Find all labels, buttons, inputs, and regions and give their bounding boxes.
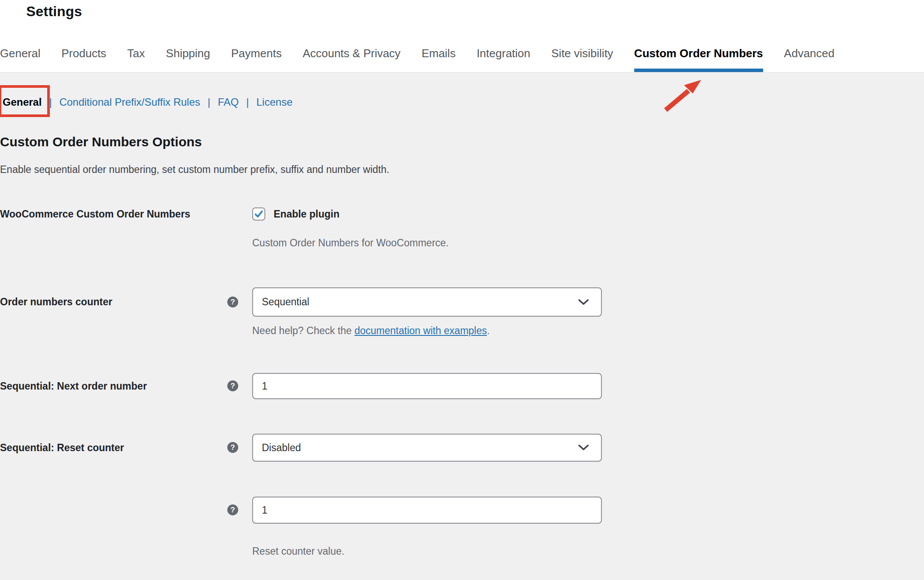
subnav-item-faq[interactable]: FAQ — [218, 95, 239, 109]
tab-emails[interactable]: Emails — [421, 46, 455, 72]
documentation-link[interactable]: documentation with examples — [354, 325, 487, 336]
subnav-separator: | — [49, 95, 52, 109]
form-row-reset-counter-value: ? Reset counter value. — [0, 497, 924, 557]
subnav-separator: | — [246, 95, 249, 109]
counter-help-text: Need help? Check the documentation with … — [252, 325, 611, 337]
help-icon[interactable]: ? — [227, 297, 238, 307]
subnav-separator: | — [208, 95, 210, 109]
page-title: Settings — [26, 3, 82, 20]
enable-plugin-description: Custom Order Numbers for WooCommerce. — [252, 237, 611, 249]
help-icon[interactable]: ? — [227, 380, 238, 391]
reset-counter-value-input[interactable] — [252, 497, 602, 524]
field-label-reset-counter: Sequential: Reset counter — [0, 440, 195, 456]
tab-shipping[interactable]: Shipping — [166, 46, 210, 72]
form-row-enable-plugin: WooCommerce Custom Order Numbers Enable … — [0, 206, 924, 249]
enable-plugin-checkbox[interactable] — [252, 207, 265, 221]
enable-plugin-checkbox-label[interactable]: Enable plugin — [274, 208, 340, 220]
help-icon[interactable]: ? — [227, 442, 238, 453]
order-numbers-counter-selected-value: Sequential — [262, 296, 309, 308]
next-order-number-input[interactable] — [252, 373, 602, 399]
order-numbers-counter-select[interactable]: Sequential — [252, 287, 602, 317]
form-row-order-numbers-counter: Order numbers counter ? Sequential Need … — [0, 287, 924, 337]
field-label-order-numbers-counter: Order numbers counter — [0, 294, 195, 310]
chevron-down-icon — [577, 298, 590, 306]
settings-tab-bar: General Products Tax Shipping Payments A… — [0, 46, 834, 72]
section-description: Enable sequential order numbering, set c… — [0, 163, 924, 176]
counter-help-suffix: . — [487, 325, 490, 336]
form-row-next-order-number: Sequential: Next order number ? — [0, 373, 924, 399]
reset-counter-selected-value: Disabled — [262, 442, 301, 454]
chevron-down-icon — [577, 444, 590, 452]
plugin-subnav: General | Conditional Prefix/Suffix Rule… — [0, 95, 924, 109]
reset-counter-value-description: Reset counter value. — [252, 545, 611, 557]
admin-header: Settings General Products Tax Shipping P… — [0, 0, 924, 72]
tab-products[interactable]: Products — [62, 46, 107, 72]
tab-tax[interactable]: Tax — [127, 46, 145, 72]
tab-site-visibility[interactable]: Site visibility — [551, 46, 613, 72]
subnav-item-general[interactable]: General — [3, 95, 42, 109]
subnav-item-license[interactable]: License — [257, 95, 293, 109]
checkmark-icon — [254, 209, 264, 219]
help-icon[interactable]: ? — [227, 504, 238, 515]
tab-payments[interactable]: Payments — [231, 46, 282, 72]
section-heading: Custom Order Numbers Options — [0, 134, 924, 150]
field-label-next-order-number: Sequential: Next order number — [0, 378, 195, 394]
form-row-reset-counter: Sequential: Reset counter ? Disabled — [0, 434, 924, 462]
tab-custom-order-numbers[interactable]: Custom Order Numbers — [634, 46, 763, 72]
field-label-enable-plugin: WooCommerce Custom Order Numbers — [0, 206, 195, 222]
reset-counter-select[interactable]: Disabled — [252, 434, 602, 462]
tab-advanced[interactable]: Advanced — [784, 46, 835, 72]
counter-help-prefix: Need help? Check the — [252, 325, 354, 336]
settings-content: General | Conditional Prefix/Suffix Rule… — [0, 95, 924, 557]
subnav-item-conditional-rules[interactable]: Conditional Prefix/Suffix Rules — [59, 95, 200, 109]
tab-general[interactable]: General — [0, 46, 41, 72]
tab-accounts-privacy[interactable]: Accounts & Privacy — [302, 46, 400, 72]
tab-integration[interactable]: Integration — [476, 46, 530, 72]
